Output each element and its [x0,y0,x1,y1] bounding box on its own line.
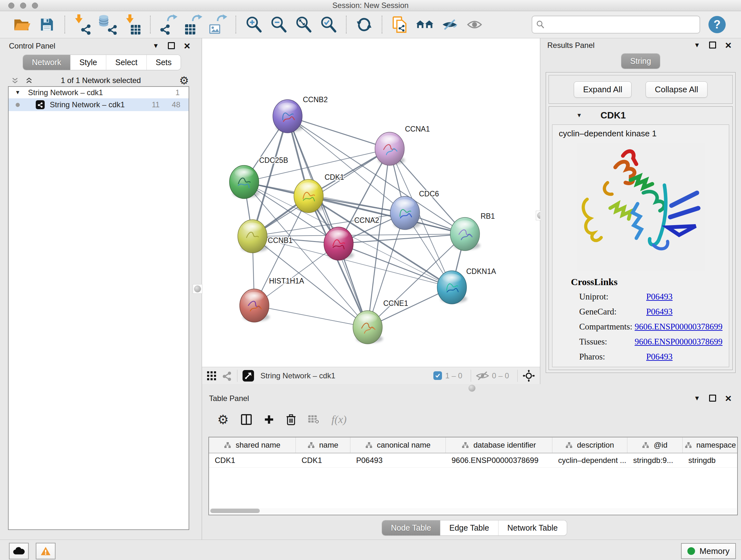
import-table-icon[interactable] [122,14,143,35]
network-edge[interactable] [367,213,405,327]
network-row-selected[interactable]: String Network – cdk1 11 48 [9,98,189,111]
export-network-icon[interactable] [158,14,179,35]
panel-float-icon[interactable] [709,395,716,401]
network-node-rb1[interactable] [450,217,480,251]
tab-select[interactable]: Select [106,55,146,70]
table-cell[interactable]: CDK1 [209,453,296,468]
network-node-cdc25b[interactable] [229,165,259,199]
crosslink-value-link[interactable]: P06493 [646,349,673,364]
help-icon[interactable]: ? [709,16,726,33]
zoom-selected-icon[interactable] [318,14,339,35]
panel-close-icon[interactable]: × [725,42,731,48]
panel-menu-icon[interactable]: ▼ [694,395,700,401]
eye-icon[interactable] [464,14,485,35]
import-network-icon[interactable] [72,14,93,35]
network-edge[interactable] [244,149,390,182]
tab-network[interactable]: Network [23,55,71,70]
network-canvas[interactable]: CCNB2CCNA1CDC25BCDK1CDC6RB1CCNB1CCNA2CDK… [202,38,540,367]
network-node-ccnb2[interactable] [273,100,303,133]
memory-button[interactable]: Memory [681,543,736,559]
show-columns-icon[interactable] [241,414,252,425]
network-node-cdkn1a[interactable] [437,271,467,304]
search-input[interactable] [548,20,696,29]
network-node-ccnb1[interactable] [238,220,268,253]
table-row[interactable]: CDK1CDK1P064939606.ENSP00000378699cyclin… [209,453,737,468]
splitter-handle[interactable] [468,385,475,392]
crosslink-value-link[interactable]: 9606.ENSP00000378699 [635,334,723,349]
network-node-ccna1[interactable] [375,132,405,165]
network-edge[interactable] [287,116,390,149]
left-splitter-handle[interactable] [193,284,202,294]
network-node-cdk1[interactable] [294,179,324,212]
zoom-in-icon[interactable] [244,14,264,35]
network-collection-row[interactable]: ▼ String Network – cdk1 1 [9,87,189,98]
crosshair-icon[interactable] [523,370,535,382]
duplicate-network-icon[interactable] [390,14,410,35]
table-cell[interactable]: 9606.ENSP00000378699 [446,453,552,468]
column-header-shared-name[interactable]: shared name [209,437,296,453]
table-hscrollbar[interactable] [210,508,737,513]
table-gear-icon[interactable]: ⚙ [217,413,229,426]
export-image-icon[interactable] [208,14,228,35]
grid-view-icon[interactable] [207,371,216,380]
zoom-fit-icon[interactable] [293,14,314,35]
network-node-ccne1[interactable] [353,311,383,344]
collapse-triangle-icon[interactable]: ▼ [15,89,20,96]
panel-close-icon[interactable]: × [184,43,190,49]
crosslink-value-link[interactable]: P06493 [646,304,673,319]
scrollbar-thumb[interactable] [210,509,260,513]
tab-node-table[interactable]: Node Table [382,520,441,536]
panel-menu-icon[interactable]: ▼ [694,42,700,48]
collapse-triangle-icon[interactable]: ▼ [576,112,582,119]
column-header-database-identifier[interactable]: database identifier [446,437,552,453]
network-node-hist1h1a[interactable] [240,289,270,322]
column-header-name[interactable]: name [296,437,350,453]
delete-column-icon[interactable] [286,414,296,425]
table-cell[interactable]: CDK1 [296,453,350,468]
panel-float-icon[interactable] [709,42,716,49]
table-cell[interactable]: stringdb:9... [627,453,683,468]
open-folder-icon[interactable] [12,14,32,35]
column-header-canonical-name[interactable]: canonical name [350,437,446,453]
import-database-icon[interactable] [97,14,118,35]
tab-style[interactable]: Style [71,55,107,70]
panel-float-icon[interactable] [168,42,175,49]
table-cell[interactable]: stringdb [683,453,738,468]
panel-menu-icon[interactable]: ▼ [152,43,159,49]
share-view-icon[interactable] [222,371,232,381]
search-field[interactable] [532,16,700,34]
tab-network-table[interactable]: Network Table [498,520,567,536]
table-cell[interactable]: P06493 [350,453,446,468]
save-floppy-icon[interactable] [37,14,57,35]
tab-string[interactable]: String [621,54,660,69]
panel-close-icon[interactable]: × [725,395,731,401]
eye-slash-icon[interactable] [440,14,460,35]
network-edge[interactable] [309,196,367,327]
crosslink-value-link[interactable]: P06493 [646,289,673,304]
tab-edge-table[interactable]: Edge Table [441,520,498,536]
collapse-all-button[interactable]: Collapse All [646,81,708,98]
network-node-ccna2[interactable] [324,227,354,260]
horizontal-splitter[interactable] [202,384,741,392]
zoom-out-icon[interactable] [268,14,289,35]
column-header-namespace[interactable]: namespace [683,437,738,453]
cdk1-section-header[interactable]: ▼ CDK1 [549,107,732,124]
expand-all-button[interactable]: Expand All [574,81,631,98]
refresh-icon[interactable] [354,14,374,35]
gear-icon[interactable]: ⚙ [179,75,189,86]
warning-button[interactable] [36,543,56,559]
network-edge[interactable] [254,306,367,327]
network-edge[interactable] [254,244,339,306]
column-header--id[interactable]: @id [627,437,683,453]
houses-icon[interactable] [414,14,435,35]
selected-checkbox-icon[interactable] [433,371,442,380]
title-bar: Session: New Session [0,0,741,11]
tab-sets[interactable]: Sets [147,55,181,70]
birdseye-icon[interactable] [243,370,254,381]
table-cell[interactable]: cyclin–dependent ... [552,453,627,468]
cloud-button[interactable] [9,543,29,559]
add-column-icon[interactable] [264,415,274,425]
export-table-icon[interactable] [183,14,203,35]
column-header-description[interactable]: description [552,437,627,453]
crosslink-value-link[interactable]: 9606.ENSP00000378699 [635,319,723,334]
